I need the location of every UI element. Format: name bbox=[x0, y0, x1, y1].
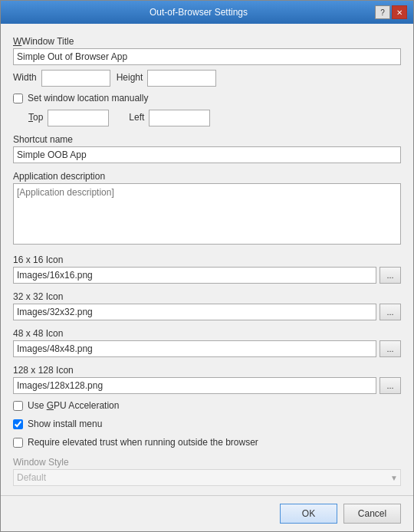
shortcut-name-section: Shortcut name bbox=[13, 134, 401, 163]
window-style-section: Window Style Default Borderless Single-b… bbox=[13, 457, 401, 486]
shortcut-name-label: Shortcut name bbox=[13, 134, 401, 145]
window-style-wrapper: Default Borderless Single-border None ▼ bbox=[13, 469, 401, 486]
height-label: Height bbox=[117, 72, 143, 83]
show-install-checkbox[interactable] bbox=[13, 419, 23, 429]
gpu-acceleration-row: Use GPU Acceleration bbox=[13, 400, 401, 411]
width-input[interactable] bbox=[41, 70, 110, 87]
help-button[interactable]: ? bbox=[375, 5, 390, 19]
set-location-row: Set window location manually bbox=[13, 93, 401, 103]
height-item: Height bbox=[117, 70, 217, 87]
require-trust-checkbox[interactable] bbox=[13, 438, 23, 448]
dialog-title: Out-of-Browser Settings bbox=[22, 7, 375, 18]
app-description-label: Application description bbox=[13, 171, 401, 182]
icon-128-input[interactable] bbox=[13, 377, 376, 394]
dialog-content: WWindow Title Width Height Set window lo… bbox=[1, 24, 413, 495]
left-label: Left bbox=[129, 112, 144, 123]
require-trust-row: Require elevated trust when running outs… bbox=[13, 437, 401, 448]
shortcut-name-input[interactable] bbox=[13, 146, 401, 163]
icon-128-row: ... bbox=[13, 377, 401, 394]
icon-48-input[interactable] bbox=[13, 340, 376, 357]
top-input[interactable] bbox=[48, 110, 109, 126]
width-item: Width bbox=[13, 70, 110, 87]
title-bar: Out-of-Browser Settings ? ✕ bbox=[1, 1, 413, 24]
window-style-select[interactable]: Default Borderless Single-border None bbox=[13, 469, 401, 486]
window-style-label: Window Style bbox=[13, 457, 401, 468]
cancel-button[interactable]: Cancel bbox=[343, 504, 401, 524]
height-input[interactable] bbox=[147, 70, 216, 87]
icon-128-label: 128 x 128 Icon bbox=[13, 365, 401, 376]
width-height-row: Width Height bbox=[13, 70, 401, 87]
dialog-window: Out-of-Browser Settings ? ✕ WWindow Titl… bbox=[0, 0, 414, 532]
icon-32-browse-button[interactable]: ... bbox=[380, 304, 401, 320]
icon-48-browse-button[interactable]: ... bbox=[380, 340, 401, 357]
icon-128-browse-button[interactable]: ... bbox=[380, 377, 401, 394]
width-label: Width bbox=[13, 72, 37, 83]
icon-48-section: 48 x 48 Icon ... bbox=[13, 328, 401, 357]
ok-button[interactable]: OK bbox=[280, 504, 337, 524]
close-button[interactable]: ✕ bbox=[392, 5, 407, 19]
icon-16-label: 16 x 16 Icon bbox=[13, 255, 401, 265]
icon-16-input[interactable] bbox=[13, 267, 376, 284]
icon-32-input[interactable] bbox=[13, 304, 376, 320]
set-location-checkbox[interactable] bbox=[13, 94, 23, 103]
icon-48-label: 48 x 48 Icon bbox=[13, 328, 401, 339]
icon-16-row: ... bbox=[13, 267, 401, 284]
icon-32-label: 32 x 32 Icon bbox=[13, 291, 401, 302]
left-input[interactable] bbox=[149, 110, 210, 126]
title-bar-buttons: ? ✕ bbox=[375, 5, 407, 19]
app-description-section: Application description bbox=[13, 171, 401, 247]
set-location-label[interactable]: Set window location manually bbox=[28, 93, 148, 103]
dialog-footer: OK Cancel bbox=[1, 495, 413, 531]
top-left-row: Top Left bbox=[13, 110, 401, 126]
window-title-input[interactable] bbox=[13, 48, 401, 65]
icon-32-row: ... bbox=[13, 304, 401, 320]
show-install-menu-row: Show install menu bbox=[13, 419, 401, 429]
icon-16-browse-button[interactable]: ... bbox=[380, 267, 401, 284]
use-gpu-checkbox[interactable] bbox=[13, 401, 23, 411]
icon-48-row: ... bbox=[13, 340, 401, 357]
require-trust-label[interactable]: Require elevated trust when running outs… bbox=[28, 437, 258, 448]
top-label: Top bbox=[28, 112, 43, 123]
icon-32-section: 32 x 32 Icon ... bbox=[13, 291, 401, 320]
window-title-label: WWindow Title bbox=[13, 36, 401, 47]
window-title-section: WWindow Title bbox=[13, 36, 401, 65]
icon-128-section: 128 x 128 Icon ... bbox=[13, 365, 401, 394]
icon-16-section: 16 x 16 Icon ... bbox=[13, 255, 401, 284]
app-description-textarea[interactable] bbox=[13, 183, 401, 245]
show-install-label[interactable]: Show install menu bbox=[28, 419, 102, 429]
use-gpu-label[interactable]: Use GPU Acceleration bbox=[28, 400, 119, 411]
